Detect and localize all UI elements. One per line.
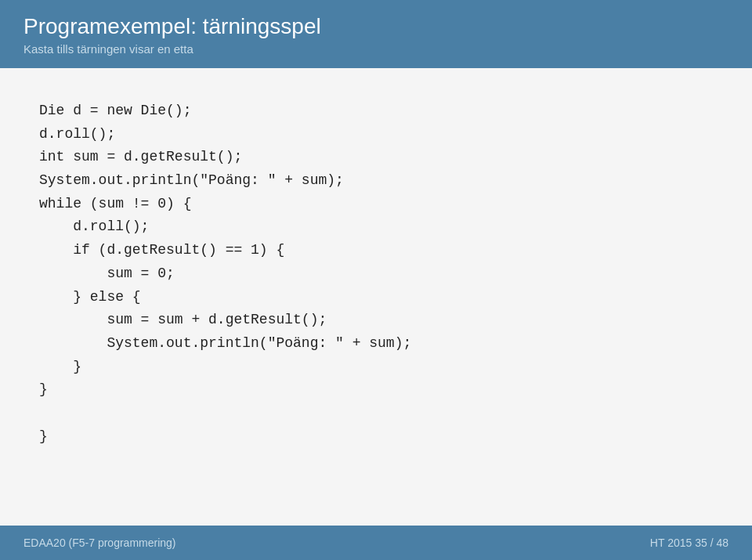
footer-right: HT 2015 35 / 48 bbox=[650, 537, 728, 549]
slide-subtitle: Kasta tills tärningen visar en etta bbox=[24, 42, 728, 56]
slide-footer: EDAA20 (F5-7 programmering) HT 2015 35 /… bbox=[0, 526, 752, 560]
code-block: Die d = new Die(); d.roll(); int sum = d… bbox=[39, 99, 713, 448]
slide-header: Programexempel: tärningsspel Kasta tills… bbox=[0, 0, 752, 68]
footer-left: EDAA20 (F5-7 programmering) bbox=[24, 537, 176, 549]
main-content: Die d = new Die(); d.roll(); int sum = d… bbox=[0, 68, 752, 526]
slide-title: Programexempel: tärningsspel bbox=[24, 14, 728, 39]
